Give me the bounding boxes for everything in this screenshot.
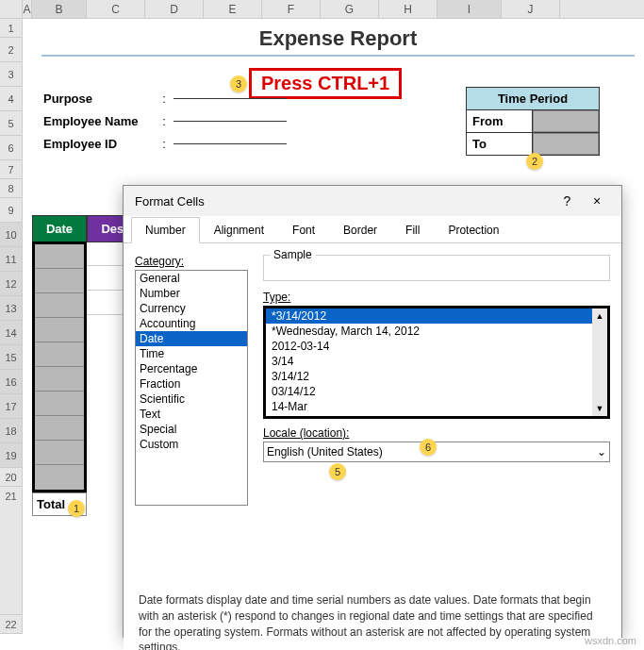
date-cell[interactable] [35,244,84,269]
form-fields: Purpose : Employee Name : Employee ID : [32,87,287,155]
locale-select[interactable]: English (United States) ⌄ [263,442,610,462]
tab-border[interactable]: Border [329,217,391,243]
employee-name-input-line[interactable] [173,121,287,122]
purpose-input-line[interactable] [173,98,287,99]
help-button[interactable]: ? [553,193,580,208]
row-4[interactable]: 4 [0,87,23,111]
category-list[interactable]: General Number Currency Accounting Date … [135,270,248,506]
tab-fill[interactable]: Fill [391,217,434,243]
date-cell[interactable] [35,465,84,490]
date-cell[interactable] [35,441,84,465]
close-button[interactable]: × [584,193,610,208]
purpose-label: Purpose [32,92,155,106]
from-cell[interactable] [533,110,599,132]
row-16[interactable]: 16 [0,370,23,394]
col-C[interactable]: C [87,0,145,18]
tab-number[interactable]: Number [131,217,200,243]
type-item[interactable]: *Wednesday, March 14, 2012 [266,324,607,339]
row-5[interactable]: 5 [0,111,23,136]
cat-special[interactable]: Special [136,422,247,437]
cat-currency[interactable]: Currency [136,301,247,316]
date-cell[interactable] [35,318,84,342]
col-A[interactable]: A [23,0,32,18]
col-G[interactable]: G [321,0,379,18]
tab-alignment[interactable]: Alignment [200,217,278,243]
type-scrollbar[interactable]: ▲ ▼ [592,308,607,416]
colon: : [155,92,173,106]
col-B[interactable]: B [32,0,87,18]
col-E[interactable]: E [204,0,262,18]
date-column-selection[interactable] [32,242,87,492]
cat-fraction[interactable]: Fraction [136,376,247,392]
row-14[interactable]: 14 [0,321,23,345]
type-item[interactable]: *3/14/2012 [266,308,607,324]
row-21[interactable]: 21 [0,487,23,615]
marker-5: 5 [329,463,346,480]
row-9[interactable]: 9 [0,198,23,223]
row-22[interactable]: 22 [0,615,23,634]
row-15[interactable]: 15 [0,345,23,370]
col-J[interactable]: J [502,0,560,18]
type-label: Type: [263,291,610,304]
locale-label: Locale (location): [263,426,610,440]
cat-scientific[interactable]: Scientific [136,392,247,407]
type-list[interactable]: *3/14/2012 *Wednesday, March 14, 2012 20… [263,306,610,419]
type-item[interactable]: 03/14/12 [266,384,607,399]
scroll-down-icon[interactable]: ▼ [592,401,607,416]
row-17[interactable]: 17 [0,394,23,419]
date-cell[interactable] [35,342,84,367]
employee-name-label: Employee Name [32,114,155,128]
tab-protection[interactable]: Protection [434,217,513,243]
scroll-up-icon[interactable]: ▲ [592,308,607,324]
cat-date[interactable]: Date [136,331,247,346]
time-period-header: Time Period [467,88,599,110]
row-8[interactable]: 8 [0,179,23,198]
type-item[interactable]: 3/14 [266,354,607,369]
row-2[interactable]: 2 [0,38,23,62]
col-D[interactable]: D [145,0,204,18]
row-19[interactable]: 19 [0,443,23,468]
cat-custom[interactable]: Custom [136,437,247,452]
date-cell[interactable] [35,293,84,318]
date-cell[interactable] [35,416,84,441]
cat-general[interactable]: General [136,271,247,286]
chevron-down-icon: ⌄ [597,445,606,458]
date-header: Date [32,215,87,242]
type-item[interactable]: 2012-03-14 [266,339,607,354]
date-cell[interactable] [35,269,84,293]
row-11[interactable]: 11 [0,247,23,272]
dialog-tabs: Number Alignment Font Border Fill Protec… [124,216,621,243]
cat-text[interactable]: Text [136,407,247,422]
row-1[interactable]: 1 [0,19,23,38]
col-H[interactable]: H [379,0,438,18]
col-F[interactable]: F [262,0,321,18]
tab-font[interactable]: Font [278,217,329,243]
cat-time[interactable]: Time [136,346,247,361]
column-headers: A B C D E F G H I J [0,0,644,19]
cat-percentage[interactable]: Percentage [136,361,247,376]
row-7[interactable]: 7 [0,160,23,179]
from-label: From [467,110,533,132]
select-all-corner[interactable] [0,0,23,18]
row-3[interactable]: 3 [0,62,23,87]
row-6[interactable]: 6 [0,136,23,160]
type-item[interactable]: 14-Mar [266,399,607,414]
cat-number[interactable]: Number [136,286,247,301]
date-cell[interactable] [35,367,84,392]
row-10[interactable]: 10 [0,223,23,247]
row-13[interactable]: 13 [0,296,23,321]
time-period-box: Time Period From To [466,87,600,156]
to-cell[interactable] [533,133,599,155]
type-item[interactable]: 3/14/12 [266,369,607,384]
category-label: Category: [135,255,248,268]
col-I[interactable]: I [438,0,502,18]
row-18[interactable]: 18 [0,419,23,443]
row-20[interactable]: 20 [0,468,23,487]
help-text: Date formats display date and time seria… [124,592,621,650]
row-12[interactable]: 12 [0,272,23,296]
marker-2: 2 [526,153,543,170]
cat-accounting[interactable]: Accounting [136,316,247,331]
marker-6: 6 [420,439,437,456]
date-cell[interactable] [35,392,84,416]
employee-id-input-line[interactable] [173,143,287,144]
